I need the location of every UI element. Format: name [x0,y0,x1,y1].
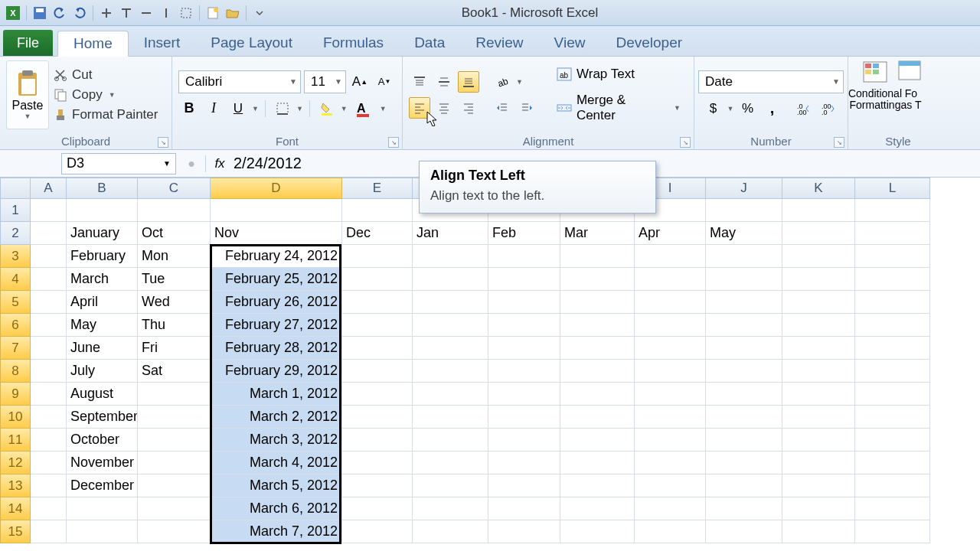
cell[interactable] [488,314,560,337]
tab-data[interactable]: Data [399,30,460,56]
row-header[interactable]: 2 [0,222,31,245]
cell[interactable]: March 1, 2012 [211,383,342,406]
cut-button[interactable]: Cut [54,67,158,83]
cell[interactable] [560,452,635,474]
cell[interactable] [488,383,560,406]
font-name-combo[interactable]: Calibri▼ [178,70,301,93]
cell[interactable] [706,520,782,543]
row-header[interactable]: 12 [0,452,31,474]
cell[interactable] [782,497,855,520]
cell[interactable] [560,360,635,383]
cell[interactable] [488,520,560,543]
column-header[interactable]: K [782,178,855,199]
cell[interactable]: October [67,429,138,452]
cell[interactable]: August [67,383,138,406]
tab-developer[interactable]: Developer [600,30,697,56]
cell[interactable] [635,497,706,520]
cell[interactable] [706,268,782,291]
format-as-table-button[interactable]: Foas T [896,60,926,129]
cell[interactable] [635,291,706,314]
cell[interactable]: Nov [211,222,342,245]
redo-icon[interactable] [71,5,88,21]
tab-home[interactable]: Home [57,31,129,57]
cell[interactable] [706,314,782,337]
cell[interactable]: March 4, 2012 [211,452,342,474]
shrink-font-button[interactable]: A▼ [374,71,395,93]
cell[interactable]: February 27, 2012 [211,314,342,337]
borders-4-icon[interactable] [158,5,175,21]
cell[interactable] [413,360,488,383]
cell[interactable] [31,452,67,474]
cell[interactable]: April [67,291,138,314]
align-right-button[interactable] [458,97,479,119]
cell[interactable]: Jan [413,222,488,245]
cell[interactable] [635,520,706,543]
cell[interactable]: July [67,360,138,383]
cell[interactable] [413,291,488,314]
cell[interactable]: February [67,245,138,268]
cell[interactable] [782,245,855,268]
cell[interactable] [782,406,855,429]
cell[interactable] [782,452,855,474]
column-header[interactable]: C [138,178,211,199]
format-painter-button[interactable]: Format Painter [54,107,158,122]
cell[interactable]: March [67,268,138,291]
cell[interactable]: December [67,474,138,497]
fx-icon[interactable]: fx [211,155,229,173]
cell[interactable] [855,337,930,360]
tab-insert[interactable]: Insert [129,30,196,56]
cell[interactable] [138,452,211,474]
column-header[interactable]: J [706,178,782,199]
cell[interactable] [706,406,782,429]
percent-button[interactable]: % [737,98,758,119]
cell[interactable] [31,222,67,245]
cell[interactable] [635,360,706,383]
cell[interactable] [413,245,488,268]
currency-button[interactable]: $ [703,98,724,119]
cell[interactable] [855,199,930,222]
comma-button[interactable]: , [761,98,782,119]
column-header[interactable]: D [211,178,342,199]
cell[interactable]: February 28, 2012 [211,337,342,360]
cell[interactable] [855,360,930,383]
cell[interactable] [138,429,211,452]
cell[interactable]: February 24, 2012 [211,245,342,268]
cell[interactable] [488,337,560,360]
cell[interactable] [31,245,67,268]
cell[interactable]: March 2, 2012 [211,406,342,429]
cell[interactable]: Fri [138,337,211,360]
align-center-button[interactable] [433,97,455,119]
cell[interactable] [855,268,930,291]
cell[interactable] [138,383,211,406]
cell[interactable] [31,199,67,222]
cell[interactable] [67,497,138,520]
undo-icon[interactable] [51,5,68,21]
cell[interactable] [342,245,413,268]
cell[interactable] [138,520,211,543]
cell[interactable] [413,268,488,291]
cell[interactable]: Mon [138,245,211,268]
conditional-formatting-button[interactable]: Conditional Formatting [854,60,896,129]
cell[interactable]: Feb [488,222,560,245]
cell[interactable] [413,314,488,337]
alignment-dialog-launcher[interactable]: ↘ [680,137,691,148]
select-all-corner[interactable] [0,178,31,199]
cell[interactable] [342,314,413,337]
cell[interactable]: Mar [560,222,635,245]
cell[interactable]: February 25, 2012 [211,268,342,291]
tab-file[interactable]: File [3,30,53,56]
cell[interactable] [31,497,67,520]
cell[interactable] [635,406,706,429]
cell[interactable] [413,429,488,452]
bold-button[interactable]: B [178,98,200,119]
cell[interactable] [31,383,67,406]
cell[interactable] [31,314,67,337]
paste-button[interactable]: Paste ▼ [6,60,49,129]
cell[interactable]: Apr [635,222,706,245]
cell[interactable] [31,360,67,383]
increase-decimal-button[interactable]: .0.00 [793,98,815,119]
cell[interactable] [488,268,560,291]
cell[interactable] [31,291,67,314]
column-header[interactable]: L [855,178,930,199]
cell[interactable]: January [67,222,138,245]
